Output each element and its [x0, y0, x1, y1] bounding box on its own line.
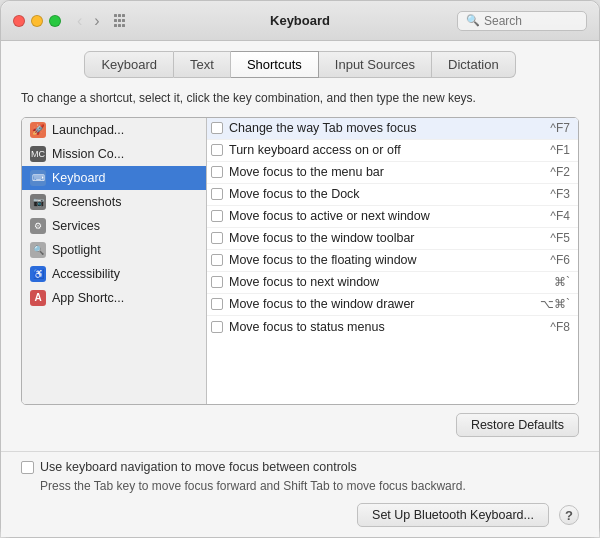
shortcut-list: Change the way Tab moves focus ^F7 Turn … [207, 118, 578, 404]
mission-icon: MC [30, 146, 46, 162]
shortcut-key-1: ^F1 [550, 143, 570, 157]
tab-text[interactable]: Text [174, 51, 231, 78]
sidebar-label-launchpad: Launchpad... [52, 123, 124, 137]
shortcut-key-4: ^F4 [550, 209, 570, 223]
sidebar-item-services[interactable]: ⚙ Services [22, 214, 206, 238]
sidebar-item-launchpad[interactable]: 🚀 Launchpad... [22, 118, 206, 142]
search-icon: 🔍 [466, 14, 480, 27]
sidebar: 🚀 Launchpad... MC Mission Co... ⌨ Keyboa… [22, 118, 207, 404]
table-row[interactable]: Move focus to the floating window ^F6 [207, 250, 578, 272]
description-text: To change a shortcut, select it, click t… [21, 90, 579, 107]
sidebar-item-spotlight[interactable]: 🔍 Spotlight [22, 238, 206, 262]
accessibility-icon: ♿ [30, 266, 46, 282]
shortcut-key-9: ^F8 [550, 320, 570, 334]
sidebar-item-appshortcuts[interactable]: A App Shortc... [22, 286, 206, 310]
grid-icon[interactable] [114, 14, 128, 28]
help-button[interactable]: ? [559, 505, 579, 525]
sidebar-label-spotlight: Spotlight [52, 243, 101, 257]
main-panel: 🚀 Launchpad... MC Mission Co... ⌨ Keyboa… [21, 117, 579, 405]
table-row[interactable]: Move focus to the Dock ^F3 [207, 184, 578, 206]
shortcut-key-7: ⌘` [554, 275, 570, 289]
footer-nav-label: Use keyboard navigation to move focus be… [40, 460, 357, 474]
sidebar-item-mission[interactable]: MC Mission Co... [22, 142, 206, 166]
restore-defaults-button[interactable]: Restore Defaults [456, 413, 579, 437]
table-row[interactable]: Move focus to the window drawer ⌥⌘` [207, 294, 578, 316]
shortcut-name-5: Move focus to the window toolbar [229, 231, 544, 245]
shortcut-key-2: ^F2 [550, 165, 570, 179]
table-row[interactable]: Move focus to the window toolbar ^F5 [207, 228, 578, 250]
footer-area: Use keyboard navigation to move focus be… [1, 451, 599, 537]
sidebar-label-appshortcuts: App Shortc... [52, 291, 124, 305]
bluetooth-button[interactable]: Set Up Bluetooth Keyboard... [357, 503, 549, 527]
shortcut-checkbox-2[interactable] [211, 166, 223, 178]
shortcut-checkbox-8[interactable] [211, 298, 223, 310]
keyboard-icon: ⌨ [30, 170, 46, 186]
spotlight-icon: 🔍 [30, 242, 46, 258]
tab-shortcuts[interactable]: Shortcuts [231, 51, 319, 78]
launchpad-icon: 🚀 [30, 122, 46, 138]
nav-checkbox[interactable] [21, 461, 34, 474]
sidebar-item-screenshots[interactable]: 📷 Screenshots [22, 190, 206, 214]
window-title: Keyboard [270, 13, 330, 28]
tab-dictation[interactable]: Dictation [432, 51, 516, 78]
sidebar-label-services: Services [52, 219, 100, 233]
shortcut-name-2: Move focus to the menu bar [229, 165, 544, 179]
appshortcuts-icon: A [30, 290, 46, 306]
screenshots-icon: 📷 [30, 194, 46, 210]
tab-bar: Keyboard Text Shortcuts Input Sources Di… [1, 41, 599, 78]
shortcut-checkbox-7[interactable] [211, 276, 223, 288]
shortcut-name-1: Turn keyboard access on or off [229, 143, 544, 157]
forward-button[interactable]: › [90, 10, 103, 32]
table-row[interactable]: Move focus to status menus ^F8 [207, 316, 578, 338]
sidebar-item-accessibility[interactable]: ♿ Accessibility [22, 262, 206, 286]
shortcut-name-4: Move focus to active or next window [229, 209, 544, 223]
footer-bottom-row: Set Up Bluetooth Keyboard... ? [21, 503, 579, 527]
minimize-button[interactable] [31, 15, 43, 27]
search-bar[interactable]: 🔍 [457, 11, 587, 31]
shortcut-name-3: Move focus to the Dock [229, 187, 544, 201]
shortcut-key-3: ^F3 [550, 187, 570, 201]
shortcut-key-5: ^F5 [550, 231, 570, 245]
shortcut-key-8: ⌥⌘` [540, 297, 570, 311]
shortcut-checkbox-1[interactable] [211, 144, 223, 156]
services-icon: ⚙ [30, 218, 46, 234]
shortcut-name-9: Move focus to status menus [229, 320, 544, 334]
shortcut-name-8: Move focus to the window drawer [229, 297, 534, 311]
shortcut-checkbox-0[interactable] [211, 122, 223, 134]
content-area: To change a shortcut, select it, click t… [1, 78, 599, 451]
sidebar-label-keyboard: Keyboard [52, 171, 106, 185]
shortcut-checkbox-6[interactable] [211, 254, 223, 266]
close-button[interactable] [13, 15, 25, 27]
shortcut-checkbox-9[interactable] [211, 321, 223, 333]
sidebar-label-accessibility: Accessibility [52, 267, 120, 281]
back-button[interactable]: ‹ [73, 10, 86, 32]
table-row[interactable]: Move focus to the menu bar ^F2 [207, 162, 578, 184]
bottom-bar: Restore Defaults [21, 405, 579, 441]
tab-keyboard[interactable]: Keyboard [84, 51, 174, 78]
keyboard-window: ‹ › Keyboard 🔍 Keyboard Text Shortcuts I… [0, 0, 600, 538]
sidebar-label-mission: Mission Co... [52, 147, 124, 161]
shortcut-name-6: Move focus to the floating window [229, 253, 544, 267]
shortcut-key-0: ^F7 [550, 121, 570, 135]
traffic-lights [13, 15, 61, 27]
table-row[interactable]: Move focus to next window ⌘` [207, 272, 578, 294]
footer-checkbox-row: Use keyboard navigation to move focus be… [21, 460, 579, 474]
table-row[interactable]: Change the way Tab moves focus ^F7 [207, 118, 578, 140]
tab-input-sources[interactable]: Input Sources [319, 51, 432, 78]
table-row[interactable]: Move focus to active or next window ^F4 [207, 206, 578, 228]
maximize-button[interactable] [49, 15, 61, 27]
shortcut-checkbox-5[interactable] [211, 232, 223, 244]
titlebar: ‹ › Keyboard 🔍 [1, 1, 599, 41]
shortcut-checkbox-3[interactable] [211, 188, 223, 200]
table-row[interactable]: Turn keyboard access on or off ^F1 [207, 140, 578, 162]
footer-press-text: Press the Tab key to move focus forward … [40, 478, 579, 495]
shortcut-checkbox-4[interactable] [211, 210, 223, 222]
sidebar-label-screenshots: Screenshots [52, 195, 121, 209]
search-input[interactable] [484, 14, 578, 28]
shortcut-name-7: Move focus to next window [229, 275, 548, 289]
shortcut-name-0: Change the way Tab moves focus [229, 121, 544, 135]
nav-buttons: ‹ › [73, 10, 104, 32]
shortcut-key-6: ^F6 [550, 253, 570, 267]
sidebar-item-keyboard[interactable]: ⌨ Keyboard [22, 166, 206, 190]
